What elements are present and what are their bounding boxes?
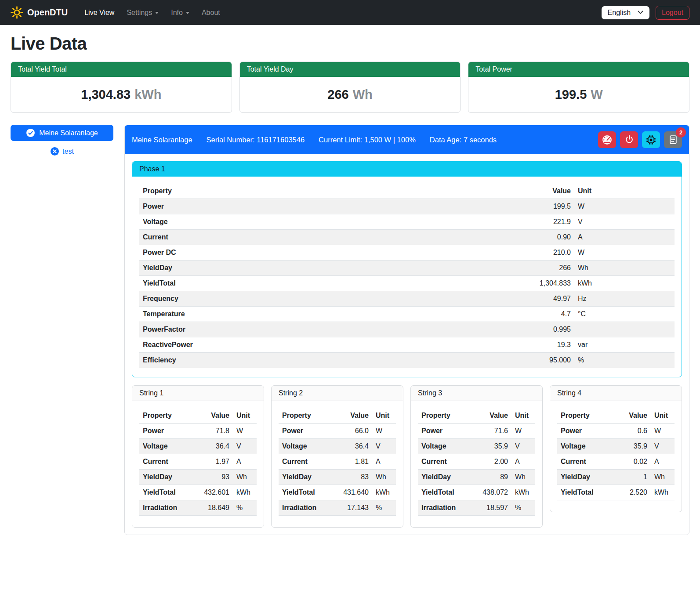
property-cell: Voltage bbox=[139, 214, 399, 230]
brand-label: OpenDTU bbox=[27, 7, 68, 18]
value-cell: 89 bbox=[471, 470, 511, 485]
phase-panel: Phase 1 Property Value Unit bbox=[132, 161, 682, 377]
string-title: String 1 bbox=[132, 386, 264, 401]
cpu-icon bbox=[646, 134, 656, 145]
nav-item-settings[interactable]: Settings bbox=[120, 5, 165, 20]
unit-cell: Wh bbox=[574, 261, 675, 276]
table-row: Efficiency 95.000 % bbox=[139, 353, 675, 368]
property-cell: Current bbox=[139, 230, 399, 245]
table-row: Voltage 35.9 V bbox=[557, 439, 675, 454]
value-cell: 93 bbox=[192, 470, 233, 485]
string-title: String 3 bbox=[411, 386, 542, 401]
value-cell: 4.7 bbox=[399, 307, 574, 322]
power-icon bbox=[624, 134, 635, 145]
value-cell: 1,304.833 bbox=[399, 276, 574, 291]
inverter-item-test[interactable]: test bbox=[11, 147, 113, 156]
property-cell: YieldTotal bbox=[139, 276, 399, 291]
value-cell: 1.97 bbox=[192, 454, 233, 470]
table-row: Irradiation 17.143 % bbox=[279, 500, 396, 516]
value-cell: 95.000 bbox=[399, 353, 574, 368]
table-row: Power DC 210.0 W bbox=[139, 245, 675, 261]
card-total-yield-total: Total Yield Total 1,304.83kWh bbox=[11, 62, 232, 113]
nav-item-info[interactable]: Info bbox=[165, 5, 196, 20]
unit-cell: % bbox=[233, 500, 257, 516]
unit-cell: kWh bbox=[233, 485, 257, 500]
unit-cell: W bbox=[574, 245, 675, 261]
column-value: Value bbox=[471, 408, 511, 423]
inverter-body: Phase 1 Property Value Unit bbox=[125, 154, 689, 535]
table-header-row: Property Value Unit bbox=[557, 408, 675, 423]
column-value: Value bbox=[399, 184, 574, 199]
property-cell: Voltage bbox=[279, 439, 332, 454]
string-3-table: Property Value Unit Power bbox=[418, 408, 535, 516]
value-cell: 19.3 bbox=[399, 337, 574, 353]
value-cell: 1.81 bbox=[332, 454, 372, 470]
value-cell: 221.9 bbox=[399, 214, 574, 230]
property-cell: YieldTotal bbox=[418, 485, 471, 500]
x-circle-icon bbox=[50, 147, 59, 156]
value-cell: 432.601 bbox=[192, 485, 233, 500]
unit-cell: % bbox=[372, 500, 396, 516]
value-cell: 18.597 bbox=[471, 500, 511, 516]
language-select[interactable]: English bbox=[602, 6, 649, 19]
column-property: Property bbox=[139, 408, 192, 423]
value-cell: 17.143 bbox=[332, 500, 372, 516]
property-cell: Power DC bbox=[139, 245, 399, 261]
value-cell: 36.4 bbox=[192, 439, 233, 454]
string-3-card: String 3 Property Value Unit bbox=[410, 385, 543, 528]
value-cell: 83 bbox=[332, 470, 372, 485]
inverter-serial: Serial Number: 116171603546 bbox=[207, 136, 305, 144]
power-toggle-button[interactable] bbox=[620, 131, 638, 148]
check-circle-icon bbox=[26, 128, 35, 137]
unit-cell: var bbox=[574, 337, 675, 353]
table-row: YieldDay 1 Wh bbox=[557, 470, 675, 485]
nav-links: Live View Settings Info About bbox=[78, 5, 226, 20]
journal-icon bbox=[668, 134, 678, 145]
unit-cell: A bbox=[574, 230, 675, 245]
column-unit: Unit bbox=[574, 184, 675, 199]
strings-row: String 1 Property Value Unit bbox=[132, 385, 682, 528]
sun-logo-icon bbox=[11, 6, 23, 19]
unit-cell: V bbox=[372, 439, 396, 454]
table-row: ReactivePower 19.3 var bbox=[139, 337, 675, 353]
string-title: String 4 bbox=[550, 386, 682, 401]
navbar-right: English Logout bbox=[602, 6, 689, 20]
property-cell: YieldDay bbox=[418, 470, 471, 485]
column-value: Value bbox=[610, 408, 651, 423]
table-row: YieldTotal 431.640 kWh bbox=[279, 485, 396, 500]
card-total-power: Total Power 199.5W bbox=[468, 62, 689, 113]
table-row: Voltage 36.4 V bbox=[279, 439, 396, 454]
limit-settings-button[interactable] bbox=[598, 131, 616, 148]
inverter-selected-button[interactable]: Meine Solaranlage bbox=[11, 125, 113, 141]
card-unit: Wh bbox=[353, 87, 373, 101]
table-row: Voltage 36.4 V bbox=[139, 439, 257, 454]
property-cell: Power bbox=[279, 423, 332, 439]
property-cell: Temperature bbox=[139, 307, 399, 322]
device-info-button[interactable] bbox=[642, 131, 660, 148]
property-cell: Voltage bbox=[418, 439, 471, 454]
value-cell: 0.995 bbox=[399, 322, 574, 337]
property-cell: Efficiency bbox=[139, 353, 399, 368]
inverter-card: Meine Solaranlage Serial Number: 1161716… bbox=[124, 125, 689, 535]
card-body: 1,304.83kWh bbox=[11, 77, 232, 112]
table-header-row: Property Value Unit bbox=[418, 408, 535, 423]
property-cell: ReactivePower bbox=[139, 337, 399, 353]
nav-item-live-view[interactable]: Live View bbox=[78, 5, 120, 20]
unit-cell: kWh bbox=[511, 485, 535, 500]
column-unit: Unit bbox=[511, 408, 535, 423]
table-row: YieldTotal 432.601 kWh bbox=[139, 485, 257, 500]
app-brand[interactable]: OpenDTU bbox=[11, 6, 68, 19]
event-log-button[interactable]: 2 bbox=[664, 131, 682, 148]
inverter-actions: 2 bbox=[598, 131, 682, 148]
string-4-table: Property Value Unit Power bbox=[557, 408, 675, 500]
unit-cell: % bbox=[511, 500, 535, 516]
chevron-down-icon bbox=[186, 12, 189, 14]
unit-cell: A bbox=[233, 454, 257, 470]
string-1-card: String 1 Property Value Unit bbox=[132, 385, 264, 528]
nav-item-about[interactable]: About bbox=[196, 5, 226, 20]
inverter-name: Meine Solaranlage bbox=[132, 136, 192, 144]
logout-button[interactable]: Logout bbox=[656, 6, 689, 20]
value-cell: 71.8 bbox=[192, 423, 233, 439]
phase-title: Phase 1 bbox=[132, 162, 682, 177]
unit-cell: kWh bbox=[574, 276, 675, 291]
